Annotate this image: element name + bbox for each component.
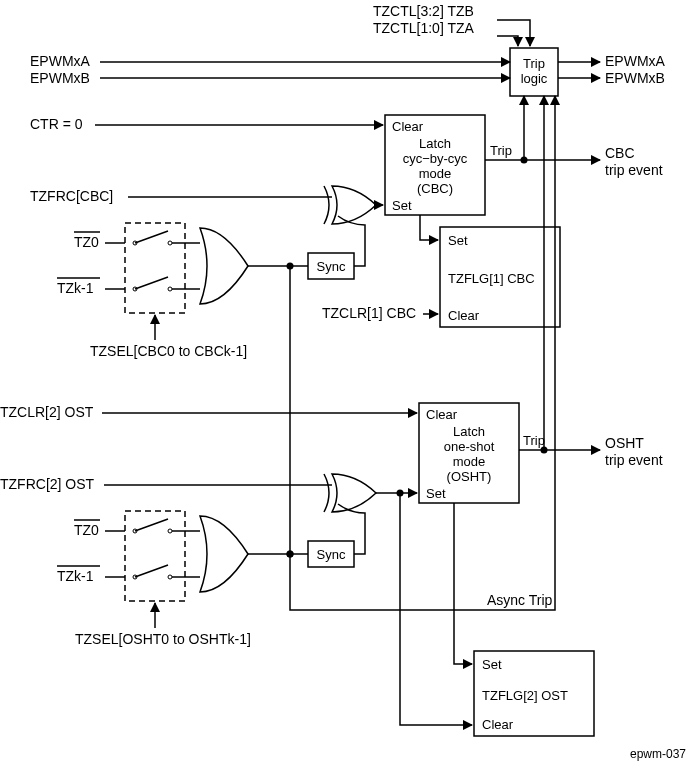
cbc-tzk-label: TZk-1 [57, 280, 94, 296]
switch-icon [133, 231, 172, 291]
svg-point-10 [541, 447, 548, 454]
osht-latch-l3: mode [453, 454, 486, 469]
cbc-trip-label: Trip [490, 143, 512, 158]
cbc-tz0-label: TZ0 [74, 234, 99, 250]
or-gate-icon [324, 186, 376, 224]
tzclr-ost-label: TZCLR[2] OST [0, 404, 94, 420]
osht-tzsel-label: TZSEL[OSHT0 to OSHTk-1] [75, 631, 251, 647]
trip-logic-l1: Trip [523, 56, 545, 71]
cbc-set-label: Set [392, 198, 412, 213]
cbc-latch-l2: cyc−by-cyc [403, 151, 468, 166]
tzflg-cbc-set: Set [448, 233, 468, 248]
tzfrc-cbc-label: TZFRC[CBC] [30, 188, 113, 204]
osht-sync-label: Sync [317, 547, 346, 562]
svg-point-21 [397, 490, 404, 497]
trip-logic-l2: logic [521, 71, 548, 86]
svg-line-8 [135, 277, 168, 289]
epwmxb-out-label: EPWMxB [605, 70, 665, 86]
figure-ref: epwm-037 [630, 747, 686, 761]
osht-event-l2: trip event [605, 452, 663, 468]
svg-point-20 [287, 551, 294, 558]
svg-line-15 [135, 519, 168, 531]
cbc-latch-l4: (CBC) [417, 181, 453, 196]
osht-latch-l4: (OSHT) [447, 469, 492, 484]
osht-tz0-label: TZ0 [74, 522, 99, 538]
or-gate-icon [200, 228, 248, 304]
svg-line-18 [135, 565, 168, 577]
osht-set-label: Set [426, 486, 446, 501]
tzflg-ost-name: TZFLG[2] OST [482, 688, 568, 703]
osht-latch-l1: Latch [453, 424, 485, 439]
cbc-sync-label: Sync [317, 259, 346, 274]
osht-latch-l2: one-shot [444, 439, 495, 454]
svg-point-17 [168, 575, 172, 579]
svg-point-4 [168, 241, 172, 245]
osht-tzk-label: TZk-1 [57, 568, 94, 584]
tzflg-ost-set: Set [482, 657, 502, 672]
tzctl-b-label: TZCTL[3:2] TZB [373, 3, 474, 19]
cbc-latch-l3: mode [419, 166, 452, 181]
or-gate-icon [200, 516, 248, 592]
tzflg-ost-clear: Clear [482, 717, 514, 732]
cbc-event-l2: trip event [605, 162, 663, 178]
epwmxa-in-label: EPWMxA [30, 53, 91, 69]
epwmxa-out-label: EPWMxA [605, 53, 666, 69]
tzfrc-ost-label: TZFRC[2] OST [0, 476, 95, 492]
tzclr-cbc-label: TZCLR[1] CBC [322, 305, 416, 321]
async-trip-label: Async Trip [487, 592, 553, 608]
osht-trip-label: Trip [523, 433, 545, 448]
or-gate-icon [324, 474, 376, 512]
tzflg-cbc-name: TZFLG[1] CBC [448, 271, 535, 286]
osht-clear-label: Clear [426, 407, 458, 422]
osht-event-l1: OSHT [605, 435, 644, 451]
tzflg-cbc-clear: Clear [448, 308, 480, 323]
cbc-tzsel-label: TZSEL[CBC0 to CBCk-1] [90, 343, 247, 359]
tzctl-a-label: TZCTL[1:0] TZA [373, 20, 475, 36]
cbc-event-l1: CBC [605, 145, 635, 161]
svg-point-0 [521, 157, 528, 164]
svg-line-5 [135, 231, 168, 243]
svg-point-14 [168, 529, 172, 533]
svg-point-7 [168, 287, 172, 291]
cbc-clear-label: Clear [392, 119, 424, 134]
epwmxb-in-label: EPWMxB [30, 70, 90, 86]
cbc-latch-l1: Latch [419, 136, 451, 151]
switch-icon [133, 519, 172, 579]
ctr0-label: CTR = 0 [30, 116, 83, 132]
